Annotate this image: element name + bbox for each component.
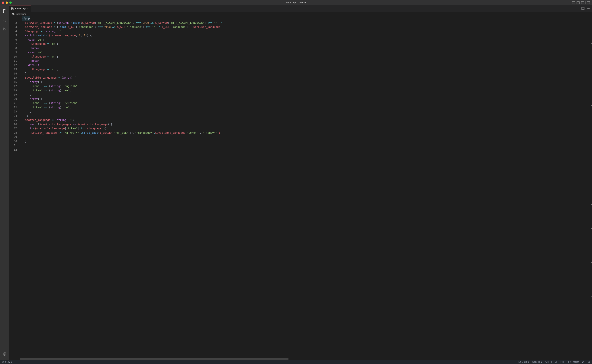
tab-index-php[interactable]: 🐘 index.php × (9, 5, 31, 12)
status-language[interactable]: PHP (561, 361, 565, 363)
scrollbar-thumb[interactable] (20, 358, 289, 360)
svg-point-12 (3, 30, 4, 31)
search-icon[interactable] (0, 16, 9, 25)
svg-line-10 (5, 21, 6, 22)
status-eol[interactable]: LF (555, 361, 558, 363)
svg-rect-6 (587, 1, 590, 4)
status-prettier[interactable]: Prettier (568, 361, 579, 363)
minimap[interactable] (589, 16, 592, 358)
svg-point-11 (3, 28, 4, 29)
maximize-window-button[interactable] (9, 1, 12, 4)
editor[interactable]: 1234567891011121314151617181920212223242… (9, 16, 592, 358)
svg-point-9 (3, 19, 5, 21)
status-bar: 0 0 Ln 1, Col 6 Spaces: 2 UTF-8 LF PHP P… (0, 360, 592, 364)
horizontal-scrollbar[interactable] (9, 358, 592, 360)
status-cursor-position[interactable]: Ln 1, Col 6 (518, 361, 529, 363)
tab-bar: 🐘 index.php × ⋯ (9, 5, 592, 12)
layout-icon[interactable] (587, 1, 590, 4)
svg-rect-0 (572, 1, 575, 4)
panel-right-icon[interactable] (581, 1, 584, 4)
more-actions-icon[interactable]: ⋯ (587, 7, 591, 10)
activity-bar (0, 5, 9, 360)
svg-line-23 (569, 361, 570, 363)
status-errors[interactable]: 0 (2, 361, 7, 363)
code-content[interactable]: <?php $browser_language = (string) (isse… (20, 16, 589, 358)
svg-rect-4 (581, 1, 584, 4)
tab-label: index.php (15, 7, 26, 10)
title-bar: index.php — htdocs (0, 0, 592, 5)
source-control-icon[interactable] (0, 25, 9, 34)
status-warnings[interactable]: 0 (7, 361, 12, 363)
line-numbers: 1234567891011121314151617181920212223242… (9, 16, 20, 358)
tab-close-icon[interactable]: × (27, 7, 29, 10)
status-feedback-icon[interactable] (582, 361, 585, 363)
panel-bottom-icon[interactable] (576, 1, 580, 4)
svg-point-14 (4, 353, 5, 354)
window-controls (2, 1, 12, 4)
close-window-button[interactable] (2, 1, 4, 4)
status-encoding[interactable]: UTF-8 (545, 361, 552, 363)
settings-gear-icon[interactable] (0, 349, 9, 358)
minimize-window-button[interactable] (6, 1, 8, 4)
svg-point-24 (583, 361, 584, 362)
svg-point-21 (8, 363, 9, 363)
status-bell-icon[interactable] (587, 361, 590, 363)
svg-rect-2 (577, 1, 579, 4)
php-file-icon: 🐘 (11, 7, 14, 10)
window-title: index.php — htdocs (286, 1, 307, 4)
explorer-icon[interactable] (0, 7, 9, 16)
panel-left-icon[interactable] (572, 1, 575, 4)
status-indentation[interactable]: Spaces: 2 (532, 361, 542, 363)
split-editor-icon[interactable] (581, 7, 585, 10)
breadcrumb-text: index.php (16, 13, 26, 15)
breadcrumb[interactable]: 🐘 index.php (9, 12, 592, 16)
php-file-icon: 🐘 (12, 13, 15, 15)
